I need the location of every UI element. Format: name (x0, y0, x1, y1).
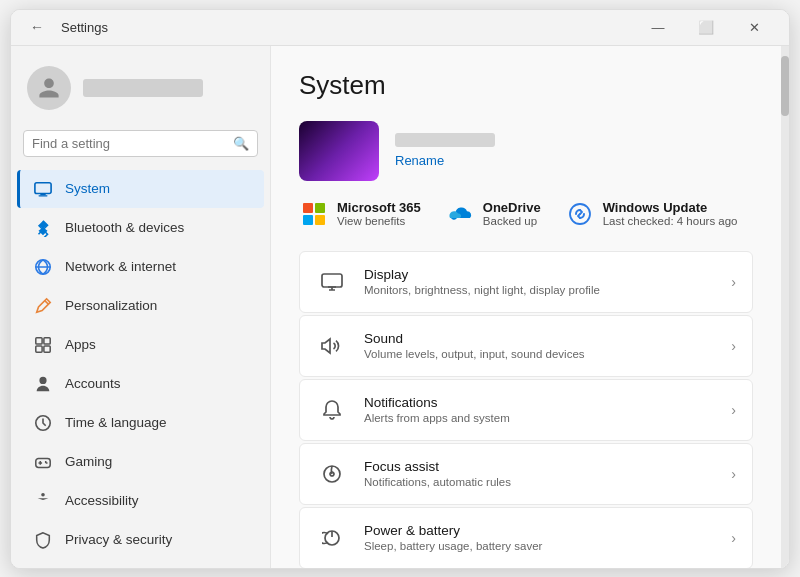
minimize-button[interactable]: — (635, 11, 681, 43)
sidebar-item-label: System (65, 181, 110, 196)
service-sub: View benefits (337, 215, 421, 227)
search-icon: 🔍 (233, 136, 249, 151)
row-sub: Alerts from apps and system (364, 412, 510, 424)
row-title: Focus assist (364, 459, 511, 474)
service-sub: Last checked: 4 hours ago (603, 215, 738, 227)
bluetooth-icon (33, 218, 53, 238)
notifications-icon (316, 394, 348, 426)
svg-rect-0 (35, 182, 51, 193)
chevron-icon: › (731, 530, 736, 546)
profile-image (299, 121, 379, 181)
close-button[interactable]: ✕ (731, 11, 777, 43)
content-area: System Rename (271, 46, 781, 568)
sidebar-item-windows-update[interactable]: Windows Update ◀ (17, 560, 264, 568)
svg-rect-9 (44, 345, 50, 351)
chevron-icon: › (731, 402, 736, 418)
sidebar-item-label: Accounts (65, 376, 121, 391)
time-icon (33, 413, 53, 433)
sidebar-item-system[interactable]: System (17, 170, 264, 208)
service-sub: Backed up (483, 215, 541, 227)
settings-row-display[interactable]: Display Monitors, brightness, night ligh… (299, 251, 753, 313)
svg-rect-2 (39, 195, 48, 196)
service-onedrive[interactable]: OneDrive Backed up (445, 199, 541, 229)
settings-row-focus[interactable]: Focus assist Notifications, automatic ru… (299, 443, 753, 505)
user-name-placeholder (83, 79, 203, 97)
sidebar-item-apps[interactable]: Apps (17, 326, 264, 364)
sidebar-item-bluetooth[interactable]: Bluetooth & devices (17, 209, 264, 247)
scrollbar[interactable] (781, 46, 789, 568)
row-left: Sound Volume levels, output, input, soun… (316, 330, 585, 362)
service-name: Microsoft 365 (337, 200, 421, 215)
service-name: OneDrive (483, 200, 541, 215)
sidebar-item-accounts[interactable]: Accounts (17, 365, 264, 403)
row-title: Sound (364, 331, 585, 346)
service-microsoft365[interactable]: Microsoft 365 View benefits (299, 199, 421, 229)
services-row: Microsoft 365 View benefits OneDrive Bac… (299, 199, 753, 229)
focus-icon (316, 458, 348, 490)
row-sub: Notifications, automatic rules (364, 476, 511, 488)
service-windows-update[interactable]: Windows Update Last checked: 4 hours ago (565, 199, 738, 229)
rename-link[interactable]: Rename (395, 153, 495, 168)
profile-card: Rename (299, 121, 753, 181)
row-title: Power & battery (364, 523, 542, 538)
winupdate-icon (565, 199, 595, 229)
sidebar-item-label: Personalization (65, 298, 157, 313)
maximize-button[interactable]: ⬜ (683, 11, 729, 43)
svg-rect-1 (40, 193, 45, 195)
titlebar-left: ← Settings (23, 13, 108, 41)
settings-list: Display Monitors, brightness, night ligh… (299, 251, 753, 568)
sidebar-item-time[interactable]: Time & language (17, 404, 264, 442)
sidebar-item-label: Privacy & security (65, 532, 172, 547)
arrow-annotation: ◀ (247, 563, 267, 568)
service-info: OneDrive Backed up (483, 200, 541, 227)
sidebar-item-personalization[interactable]: Personalization (17, 287, 264, 325)
svg-point-12 (41, 492, 45, 496)
titlebar: ← Settings — ⬜ ✕ (11, 10, 789, 46)
sidebar-item-accessibility[interactable]: Accessibility (17, 482, 264, 520)
sidebar-item-network[interactable]: Network & internet (17, 248, 264, 286)
svg-rect-11 (36, 458, 50, 467)
power-icon (316, 522, 348, 554)
row-left: Power & battery Sleep, battery usage, ba… (316, 522, 542, 554)
main-content: 🔍 System Bluetooth & devices (11, 46, 789, 568)
sidebar-item-label: Network & internet (65, 259, 176, 274)
chevron-icon: › (731, 466, 736, 482)
svg-rect-7 (44, 337, 50, 343)
profile-info: Rename (395, 133, 495, 168)
search-input[interactable] (32, 136, 227, 151)
row-title: Notifications (364, 395, 510, 410)
settings-row-power[interactable]: Power & battery Sleep, battery usage, ba… (299, 507, 753, 568)
service-info: Windows Update Last checked: 4 hours ago (603, 200, 738, 227)
row-sub: Volume levels, output, input, sound devi… (364, 348, 585, 360)
sidebar-item-label: Gaming (65, 454, 112, 469)
search-box[interactable]: 🔍 (23, 130, 258, 157)
search-container: 🔍 (11, 126, 270, 169)
back-button[interactable]: ← (23, 13, 51, 41)
sound-icon (316, 330, 348, 362)
svg-rect-15 (322, 274, 342, 287)
row-left: Display Monitors, brightness, night ligh… (316, 266, 600, 298)
privacy-icon (33, 530, 53, 550)
personalization-icon (33, 296, 53, 316)
chevron-icon: › (731, 274, 736, 290)
nav-list: System Bluetooth & devices Network & int… (11, 169, 270, 568)
row-text: Focus assist Notifications, automatic ru… (364, 459, 511, 488)
sidebar-item-privacy[interactable]: Privacy & security (17, 521, 264, 559)
service-name: Windows Update (603, 200, 738, 215)
row-text: Power & battery Sleep, battery usage, ba… (364, 523, 542, 552)
profile-name (395, 133, 495, 147)
window-title: Settings (61, 20, 108, 35)
row-sub: Sleep, battery usage, battery saver (364, 540, 542, 552)
row-text: Display Monitors, brightness, night ligh… (364, 267, 600, 296)
sidebar-item-label: Apps (65, 337, 96, 352)
row-left: Notifications Alerts from apps and syste… (316, 394, 510, 426)
accounts-icon (33, 374, 53, 394)
settings-row-sound[interactable]: Sound Volume levels, output, input, soun… (299, 315, 753, 377)
settings-row-notifications[interactable]: Notifications Alerts from apps and syste… (299, 379, 753, 441)
scrollbar-thumb[interactable] (781, 56, 789, 116)
network-icon (33, 257, 53, 277)
accessibility-icon (33, 491, 53, 511)
sidebar-item-gaming[interactable]: Gaming (17, 443, 264, 481)
user-profile[interactable] (11, 56, 270, 126)
ms365-icon (299, 199, 329, 229)
